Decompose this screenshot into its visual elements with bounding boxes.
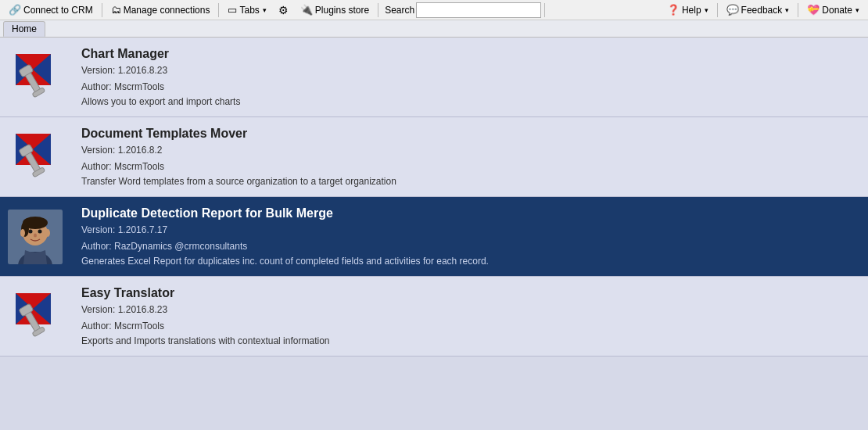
- plugin-version-chart-manager: Version: 1.2016.8.23: [81, 63, 240, 77]
- svg-point-19: [34, 233, 37, 237]
- plugin-icon-duplicate-detection: [0, 197, 70, 276]
- plugin-icon-chart-manager: [0, 38, 70, 116]
- help-dropdown-arrow: ▾: [705, 6, 708, 14]
- plugin-list: Chart Manager Version: 1.2016.8.23 Autho…: [0, 38, 868, 357]
- plugin-item-chart-manager[interactable]: Chart Manager Version: 1.2016.8.23 Autho…: [0, 38, 868, 117]
- plugin-desc-doc-templates: Transfer Word templates from a source or…: [81, 176, 396, 187]
- plugin-author-chart-manager: Author: MscrmTools: [81, 80, 240, 94]
- tab-home[interactable]: Home: [3, 21, 45, 37]
- avatar-duplicate-detection: [8, 210, 63, 264]
- search-input[interactable]: [416, 2, 541, 18]
- svg-point-17: [29, 229, 33, 233]
- svg-point-21: [45, 229, 50, 237]
- donate-label: Donate: [822, 5, 852, 16]
- tabs-dropdown-arrow: ▾: [263, 6, 267, 14]
- plugin-item-duplicate-detection[interactable]: Duplicate Detection Report for Bulk Merg…: [0, 197, 868, 277]
- plugin-name-chart-manager: Chart Manager: [81, 47, 240, 61]
- tabs-label: Tabs: [239, 5, 259, 16]
- plugin-info-duplicate-detection: Duplicate Detection Report for Bulk Merg…: [70, 197, 500, 276]
- plugins-store-button[interactable]: 🔌 Plugins store: [295, 2, 375, 19]
- plugin-version-duplicate-detection: Version: 1.2016.7.17: [81, 223, 489, 237]
- feedback-label: Feedback: [741, 5, 783, 16]
- manage-icon: 🗂: [111, 4, 121, 16]
- gear-icon: ⚙: [278, 4, 289, 16]
- plugin-version-doc-templates: Version: 1.2016.8.2: [81, 143, 396, 157]
- help-icon: ❓: [667, 4, 680, 16]
- wrench-flag-icon-2: [8, 130, 63, 185]
- feedback-button[interactable]: 💬 Feedback ▾: [721, 2, 795, 19]
- separator-5: [717, 3, 718, 17]
- toolbar: 🔗 Connect to CRM 🗂 Manage connections ▭ …: [0, 0, 868, 20]
- connect-icon: 🔗: [9, 4, 21, 16]
- donate-icon: 💝: [807, 4, 820, 16]
- plugin-info-chart-manager: Chart Manager Version: 1.2016.8.23 Autho…: [70, 38, 251, 116]
- plugin-author-doc-templates: Author: MscrmTools: [81, 159, 396, 174]
- search-label: Search: [385, 5, 414, 16]
- plugin-desc-easy-translator: Exports and Imports translations with co…: [81, 335, 329, 346]
- feedback-dropdown-arrow: ▾: [785, 6, 789, 14]
- plugin-item-easy-translator[interactable]: Easy Translator Version: 1.2016.8.23 Aut…: [0, 277, 868, 357]
- tabbar: Home: [0, 20, 868, 38]
- plugin-desc-duplicate-detection: Generates Excel Report for duplicates in…: [81, 256, 489, 267]
- feedback-icon: 💬: [726, 4, 739, 16]
- plugin-author-easy-translator: Author: MscrmTools: [81, 319, 329, 333]
- plugin-author-duplicate-detection: Author: RazDynamics @crmconsultants: [81, 239, 489, 253]
- plugin-name-duplicate-detection: Duplicate Detection Report for Bulk Merg…: [81, 206, 489, 220]
- manage-connections-button[interactable]: 🗂 Manage connections: [106, 2, 216, 19]
- tabs-button[interactable]: ▭ Tabs ▾: [222, 2, 271, 19]
- plugin-info-easy-translator: Easy Translator Version: 1.2016.8.23 Aut…: [70, 277, 340, 356]
- separator-6: [798, 3, 798, 17]
- connect-to-crm-button[interactable]: 🔗 Connect to CRM: [3, 2, 99, 19]
- plugins-icon: 🔌: [300, 4, 313, 16]
- plugin-info-doc-templates: Document Templates Mover Version: 1.2016…: [70, 117, 407, 196]
- separator-2: [218, 3, 219, 17]
- plugin-icon-easy-translator: [0, 277, 70, 356]
- donate-dropdown-arrow: ▾: [855, 6, 859, 14]
- manage-label: Manage connections: [124, 5, 210, 16]
- tabs-icon: ▭: [228, 4, 237, 16]
- plugin-version-easy-translator: Version: 1.2016.8.23: [81, 303, 329, 317]
- plugin-item-doc-templates[interactable]: Document Templates Mover Version: 1.2016…: [0, 117, 868, 197]
- svg-point-18: [38, 229, 42, 233]
- plugin-name-easy-translator: Easy Translator: [81, 286, 329, 300]
- wrench-flag-icon-4: [8, 289, 63, 344]
- wrench-flag-icon-1: [8, 50, 63, 105]
- separator-4: [544, 3, 545, 17]
- connect-label: Connect to CRM: [23, 5, 93, 16]
- svg-point-20: [20, 229, 25, 237]
- plugin-name-doc-templates: Document Templates Mover: [81, 127, 396, 141]
- plugins-label: Plugins store: [315, 5, 369, 16]
- help-label: Help: [682, 5, 701, 16]
- help-button[interactable]: ❓ Help ▾: [662, 2, 714, 19]
- settings-button[interactable]: ⚙: [274, 2, 293, 19]
- separator-1: [102, 3, 102, 17]
- plugin-icon-doc-templates: [0, 117, 70, 196]
- tab-home-label: Home: [12, 23, 37, 34]
- separator-3: [378, 3, 378, 17]
- donate-button[interactable]: 💝 Donate ▾: [802, 2, 865, 19]
- plugin-desc-chart-manager: Allows you to export and import charts: [81, 96, 240, 107]
